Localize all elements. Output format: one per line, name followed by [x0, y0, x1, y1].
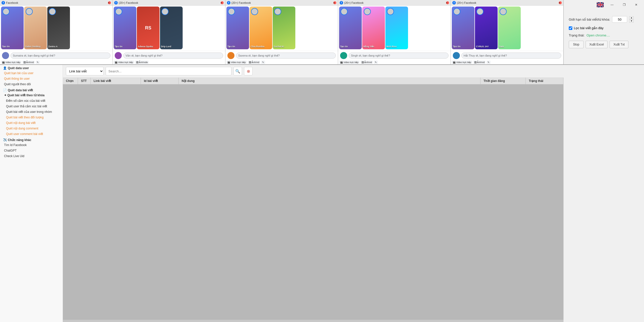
minimize-button[interactable]: —: [606, 1, 618, 9]
sidebar-item-ban-be[interactable]: Quét bạn bè của user: [0, 70, 63, 76]
sidebar-item-user-cam-xuc[interactable]: Quét user thả cảm xúc bài viết: [0, 104, 63, 109]
story-item[interactable]: Hồng Yến: [362, 7, 385, 49]
sidebar: 👤 Quét data user Quét bạn bè của user Qu…: [0, 65, 63, 322]
tab-title-5: (20+) Facebook: [457, 1, 558, 4]
sidebar-item-noi-dung[interactable]: Quét nội dung bài viết: [0, 120, 63, 126]
section-label-chuc-nang: Chức năng khác: [8, 138, 31, 142]
story-avatar: [500, 8, 507, 15]
video-btn-2[interactable]: 🎬 Video trực tiếp: [114, 61, 134, 64]
sidebar-item-bai-viet-nhom[interactable]: Quét bài viết của user trong nhóm: [0, 109, 63, 115]
story-item[interactable]: Tạo tin: [339, 7, 362, 49]
filter-row: Lọc bài viết gần đây: [569, 26, 639, 30]
spinner-down[interactable]: ▼: [629, 20, 634, 23]
post-input-1[interactable]: [11, 53, 110, 59]
story-item[interactable]: Moh Rino: [385, 7, 408, 49]
status-row: Trạng thái: Open chrome....: [569, 33, 639, 37]
close-btn-3[interactable]: ×: [333, 1, 336, 4]
search-clear-button[interactable]: ⊗: [244, 67, 253, 75]
col-header-link: Link bài viết: [91, 78, 141, 84]
sidebar-item-noi-dung-cmt[interactable]: Quét nội dung comment: [0, 126, 63, 131]
uk-flag-icon[interactable]: [597, 2, 604, 7]
story-avatar: [453, 8, 460, 15]
search-bar-row: Link bài viết Link nhóm Link trang 🔍 ⊗: [63, 65, 564, 78]
story-label: Tạo tin: [340, 45, 348, 48]
sidebar-item-user-cmt[interactable]: Quét user comment bài viết: [0, 131, 63, 137]
post-bar-5: [451, 51, 563, 60]
video-btn-5[interactable]: 🎬 Video trực tiếp: [452, 61, 472, 64]
edit-btn-1[interactable]: ✎: [36, 61, 40, 64]
user-icon: 👤: [3, 66, 7, 70]
story-item[interactable]: Tạo tin: [452, 7, 474, 49]
section-header-bai-viet: 📄 Quét data bài viết: [0, 87, 63, 93]
search-input[interactable]: [106, 67, 231, 75]
video-btn-1[interactable]: 🎬 Video trực tiếp: [1, 61, 21, 64]
data-table: Chọn STT Link bài viết Id bài viết Nội d…: [63, 78, 564, 322]
sidebar-item-bai-viet-kw[interactable]: ✦ Quét bài viết theo từ khóa: [0, 93, 63, 98]
story-item[interactable]: Galen Yenikuy: [24, 7, 47, 49]
user-avatar-3: [227, 52, 234, 59]
story-item[interactable]: Tạo tin: [226, 7, 249, 49]
maximize-button[interactable]: ❐: [618, 1, 630, 9]
sidebar-item-tim-id[interactable]: Tìm Id Facebook: [0, 142, 63, 148]
section-header-chuc-nang: ✈️ Chức năng khác: [0, 137, 63, 142]
sidebar-item-theo-doi-tuong[interactable]: Quét bài viết theo đối tượng: [0, 115, 63, 120]
video-btn-3[interactable]: 🎬 Video trực tiếp: [226, 61, 247, 64]
sidebar-item-thong-tin[interactable]: Quét thông tin user: [0, 76, 63, 81]
stop-button[interactable]: Stop: [569, 41, 584, 48]
photo-btn-1[interactable]: 🖼 Ảnh/vid: [22, 61, 35, 64]
close-btn-2[interactable]: ×: [221, 1, 224, 4]
limit-input[interactable]: [612, 16, 627, 23]
filter-checkbox[interactable]: [569, 26, 572, 30]
story-item[interactable]: Sam: [498, 7, 521, 49]
main-content: Link bài viết Link nhóm Link trang 🔍 ⊗ C…: [63, 65, 564, 322]
fb-favicon-2: f: [114, 1, 118, 5]
fb-favicon-5: f: [452, 1, 456, 5]
photo-btn-2[interactable]: 🖼 Ảnh/vide: [135, 61, 149, 64]
sidebar-item-check-live[interactable]: Check Live Uid: [0, 153, 63, 159]
close-btn-5[interactable]: ×: [559, 1, 562, 4]
sidebar-item-cam-xuc[interactable]: Đếm số cảm xúc của bài viết: [0, 98, 63, 104]
photo-btn-4[interactable]: 🖼 Ảnh/vid: [360, 61, 373, 64]
story-item[interactable]: CYRUS JAY: [475, 7, 498, 49]
search-button[interactable]: 🔍: [233, 67, 242, 75]
close-btn-4[interactable]: ×: [446, 1, 449, 4]
edit-btn-5[interactable]: ✎: [487, 61, 491, 64]
browser-window-1: f Facebook × Tạo tin Galen Yenikuy Zentr…: [0, 0, 113, 64]
story-item[interactable]: Zentru A: [47, 7, 70, 49]
sidebar-item-chatgpt[interactable]: ChatGPT: [0, 148, 63, 153]
post-input-4[interactable]: [349, 53, 449, 59]
spinner-up[interactable]: ▲: [629, 16, 634, 19]
link-type-dropdown[interactable]: Link bài viết Link nhóm Link trang: [66, 67, 104, 75]
story-label: Sam: [499, 45, 504, 48]
fb-favicon-4: f: [340, 1, 343, 5]
edit-btn-3[interactable]: ✎: [261, 61, 265, 64]
story-item[interactable]: Sochal Ki: [273, 7, 295, 49]
tab-title-4: (20+) Facebook: [344, 1, 445, 4]
story-item[interactable]: Chia Rumbia: [250, 7, 272, 49]
story-item[interactable]: Tạo tin: [1, 7, 24, 49]
txt-button[interactable]: Xuất Txt: [610, 41, 628, 48]
photo-btn-3[interactable]: 🖼 Ảnh/vid: [248, 61, 260, 64]
story-avatar: [162, 8, 169, 15]
post-bar-2: [113, 51, 225, 60]
titlebar-4: f (20+) Facebook ×: [338, 0, 451, 6]
story-avatar: [3, 8, 10, 15]
video-btn-4[interactable]: 🎬 Video trực tiếp: [339, 61, 359, 64]
post-input-2[interactable]: [123, 53, 223, 59]
story-item[interactable]: Tạo tin: [114, 7, 136, 49]
story-item[interactable]: Drip Lord: [160, 7, 183, 49]
excel-button[interactable]: Xuất Excel: [586, 41, 608, 48]
story-avatar: [115, 8, 122, 15]
clear-search-icon: ⊗: [247, 69, 250, 74]
sidebar-item-nguoi-theo-doi[interactable]: Quét người theo dõi: [0, 81, 63, 87]
story-item[interactable]: RS Adwoa Opoku: [137, 7, 159, 49]
edit-btn-4[interactable]: ✎: [374, 61, 378, 64]
close-btn-1[interactable]: ×: [108, 1, 111, 4]
story-avatar: [251, 8, 258, 15]
photo-btn-5[interactable]: 🖼 Ảnh/vid: [473, 61, 486, 64]
close-button[interactable]: ✕: [630, 1, 642, 9]
col-header-id: Id bài viết: [141, 78, 179, 84]
post-input-3[interactable]: [236, 53, 336, 59]
browser-window-2: f (20+) Facebook × Tạo tin RS Adwoa Opok…: [113, 0, 225, 64]
post-input-5[interactable]: [461, 53, 561, 59]
